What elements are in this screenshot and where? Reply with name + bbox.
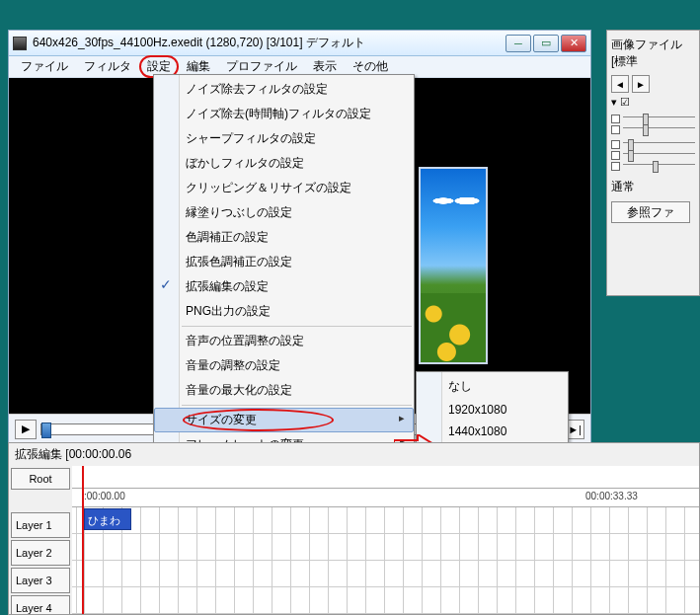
layer-3-button[interactable]: Layer 3 bbox=[11, 568, 70, 593]
menu-volume-max[interactable]: 音量の最大化の設定 bbox=[154, 378, 414, 403]
maximize-button[interactable]: ▭ bbox=[533, 35, 559, 52]
menu-clip-resize[interactable]: クリッピング＆リサイズの設定 bbox=[154, 176, 414, 200]
minimize-button[interactable]: ─ bbox=[506, 35, 531, 52]
slider-left-btn[interactable] bbox=[611, 115, 620, 123]
preview-image bbox=[419, 167, 488, 364]
side-slider-4[interactable] bbox=[623, 153, 695, 159]
layer-1-button[interactable]: Layer 1 bbox=[11, 512, 70, 538]
menu-noise-temporal[interactable]: ノイズ除去(時間軸)フィルタの設定 bbox=[154, 102, 414, 126]
root-button[interactable]: Root bbox=[11, 468, 70, 490]
play-button[interactable]: ▶ bbox=[15, 420, 37, 439]
menu-png-output[interactable]: PNG出力の設定 bbox=[154, 299, 414, 324]
side-slider-5[interactable] bbox=[623, 164, 695, 170]
title-bar[interactable]: 640x426_30fps_44100Hz.exedit (1280,720) … bbox=[9, 31, 590, 56]
separator bbox=[182, 405, 412, 406]
slider-left-btn[interactable] bbox=[611, 151, 620, 160]
timeline-title: 拡張編集 [00:00:00.06 bbox=[9, 443, 699, 466]
layer-4-button[interactable]: Layer 4 bbox=[11, 595, 70, 615]
seek-thumb[interactable] bbox=[41, 423, 51, 438]
side-slider-1[interactable] bbox=[623, 116, 695, 122]
side-next-button[interactable]: ► bbox=[632, 75, 650, 93]
layer-2-button[interactable]: Layer 2 bbox=[11, 540, 70, 566]
side-panel: 画像ファイル[標準 ◄ ► ▾ ☑ 通常 参照ファ bbox=[606, 30, 700, 296]
slider-left-btn[interactable] bbox=[611, 162, 620, 171]
size-1440x1080[interactable]: 1440x1080 bbox=[417, 421, 568, 442]
menu-file[interactable]: ファイル bbox=[13, 55, 76, 78]
side-prev-button[interactable]: ◄ bbox=[611, 75, 629, 93]
slider-left-btn[interactable] bbox=[611, 140, 620, 149]
side-slider-3[interactable] bbox=[623, 142, 695, 148]
menu-filter[interactable]: フィルタ bbox=[76, 55, 139, 78]
menu-ext-color-correction[interactable]: 拡張色調補正の設定 bbox=[154, 250, 414, 274]
menu-border-fill[interactable]: 縁塗りつぶしの設定 bbox=[154, 200, 414, 225]
timestamp-0: :00:00.00 bbox=[84, 491, 125, 501]
menu-volume-adjust[interactable]: 音量の調整の設定 bbox=[154, 353, 414, 378]
size-1920x1080[interactable]: 1920x1080 bbox=[417, 399, 568, 421]
menu-color-correction[interactable]: 色調補正の設定 bbox=[154, 225, 414, 250]
app-icon bbox=[13, 37, 27, 50]
timeline-window: 拡張編集 [00:00:00.06 Root Layer 1 Layer 2 L… bbox=[8, 442, 700, 615]
menu-sharp-filter[interactable]: シャープフィルタの設定 bbox=[154, 126, 414, 151]
separator bbox=[182, 326, 412, 327]
menu-audio-position[interactable]: 音声の位置調整の設定 bbox=[154, 329, 414, 353]
window-title: 640x426_30fps_44100Hz.exedit (1280,720) … bbox=[33, 35, 506, 51]
menu-ext-edit[interactable]: ✓拡張編集の設定 bbox=[154, 274, 414, 299]
browse-button[interactable]: 参照ファ bbox=[611, 201, 690, 223]
clip-himawari[interactable]: ひまわり bbox=[84, 508, 131, 530]
menu-blur-filter[interactable]: ぼかしフィルタの設定 bbox=[154, 151, 414, 176]
sunflower-graphic bbox=[421, 293, 486, 362]
playhead[interactable] bbox=[82, 466, 84, 615]
size-none[interactable]: なし bbox=[417, 374, 568, 399]
menu-size-change[interactable]: サイズの変更 bbox=[154, 408, 414, 432]
menu-noise-filter[interactable]: ノイズ除去フィルタの設定 bbox=[154, 77, 414, 102]
timeline-tracks[interactable]: :00:00.00 00:00:33.33 ひまわり bbox=[72, 466, 699, 615]
cloud-graphic bbox=[426, 189, 485, 213]
slider-left-btn[interactable] bbox=[611, 125, 620, 134]
check-icon: ✓ bbox=[160, 276, 172, 292]
close-button[interactable]: ✕ bbox=[561, 35, 586, 52]
side-slider-2[interactable] bbox=[623, 127, 695, 133]
timestamp-1: 00:00:33.33 bbox=[585, 491, 638, 501]
timeline-ruler[interactable]: :00:00.00 00:00:33.33 bbox=[72, 488, 699, 507]
side-title: 画像ファイル[標準 bbox=[611, 35, 695, 72]
expander[interactable]: ▾ ☑ bbox=[611, 96, 695, 109]
mode-label: 通常 bbox=[611, 179, 695, 195]
